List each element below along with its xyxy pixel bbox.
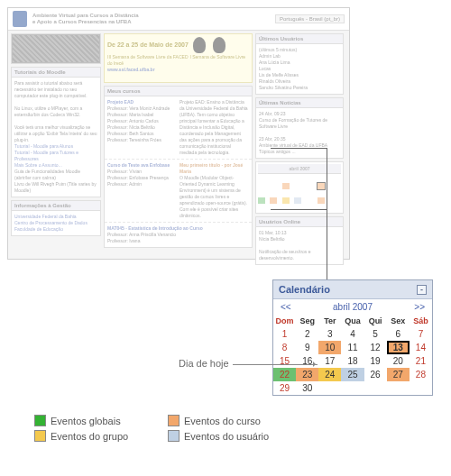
calendar-day[interactable]: 18: [341, 354, 364, 368]
mini-cal-grid: [258, 176, 341, 211]
course-3-title[interactable]: MAT045 - Estatística de Introdução ao Cu…: [107, 225, 203, 231]
course-1-body: Professor: Vera Moniz Andrade Professor:…: [107, 105, 177, 143]
calendar-day[interactable]: 7: [410, 327, 432, 341]
calendar-day[interactable]: 22: [273, 368, 296, 381]
course-1-title[interactable]: Projeto EAD: [107, 99, 133, 105]
banner-headline: De 22 a 25 de Maio de 2007: [107, 41, 189, 48]
hero-thumb: [12, 34, 100, 63]
calendar-dow: Qui: [364, 315, 387, 327]
calendar-day[interactable]: 1: [273, 327, 296, 341]
calendar-day: [387, 381, 410, 395]
calendar-dow: Qua: [341, 315, 364, 327]
tutorials-title: Tutoriais do Moodle: [12, 68, 100, 78]
calendar-day[interactable]: 27: [387, 368, 410, 381]
moodle-page-faded: Ambiente Virtual para Cursos a Distância…: [7, 7, 350, 260]
swatch-group-icon: [34, 430, 46, 442]
prev-month-button[interactable]: <<: [281, 302, 291, 312]
calendar-dow: Dom: [273, 315, 296, 327]
event-banner[interactable]: De 22 a 25 de Maio de 2007 III Semana de…: [104, 33, 253, 83]
calendar-day[interactable]: 5: [364, 327, 387, 341]
tutorial-more[interactable]: Mais Sobre o Assunto...: [14, 162, 97, 169]
calendar-day[interactable]: 3: [318, 327, 341, 341]
penguin-icon: [193, 37, 206, 53]
news-block: Últimas Notícias 24 Abr, 09:23 Curso de …: [255, 97, 344, 159]
tutorial-sub2: Livro de Will Rivegh Puim (Title varies …: [14, 181, 97, 194]
callout-line: [271, 148, 327, 149]
calendar-day: [410, 381, 432, 395]
calendar-block-small[interactable]: abril 2007: [255, 161, 344, 214]
calendar-day: [364, 381, 387, 395]
site-title-l1: Ambiente Virtual para Cursos a Distância: [32, 13, 139, 18]
recent-users-body: (últimos 5 minutos) Admin Lab Ana Lúcia …: [256, 44, 343, 94]
course-1-desc: Projeto EAD: Ensino a Distância da Unive…: [179, 99, 249, 156]
swatch-user-icon: [168, 430, 179, 442]
today-annotation: Dia de hoje: [179, 358, 229, 369]
event-legend: Eventos globais Eventos do curso Eventos…: [34, 415, 285, 445]
calendar-month-label[interactable]: abril 2007: [333, 302, 373, 312]
recent-users-block: Últimos Usuários (últimos 5 minutos) Adm…: [255, 33, 344, 95]
info-link-3[interactable]: Faculdade de Educação: [14, 226, 97, 233]
page-header: Ambiente Virtual para Cursos a Distância…: [8, 8, 349, 31]
site-logo: [13, 11, 27, 27]
calendar-day[interactable]: 4: [341, 327, 364, 341]
language-selector[interactable]: Português - Brasil (pt_br): [275, 14, 345, 23]
online-block: Usuários Online 01 Mar, 10:13 Nícia Belt…: [255, 216, 344, 265]
calendar-day[interactable]: 12: [364, 341, 387, 354]
calendar-day[interactable]: 9: [296, 341, 318, 354]
calendar-title: Calendário: [279, 284, 330, 295]
next-month-button[interactable]: >>: [414, 302, 425, 312]
calendar-day[interactable]: 10: [318, 341, 341, 354]
info-title: Informações à Gestão: [12, 201, 100, 211]
calendar-day: [318, 381, 341, 395]
calendar-day[interactable]: 20: [387, 354, 410, 368]
calendar-day[interactable]: 24: [318, 368, 341, 381]
calendar-day[interactable]: 19: [364, 354, 387, 368]
course-2-desc: O Moodle (Modular Object-Oriented Dynami…: [179, 175, 249, 219]
info-link-1[interactable]: Universidade Federal da Bahia: [14, 214, 97, 220]
calendar-day[interactable]: 17: [318, 354, 341, 368]
calendar-day: [341, 381, 364, 395]
mini-cal-month: abril 2007: [258, 164, 341, 174]
calendar-day[interactable]: 21: [410, 354, 432, 368]
calendar-day[interactable]: 29: [273, 381, 296, 395]
calendar-day[interactable]: 8: [273, 341, 296, 354]
course-2-side-title[interactable]: Meu primeiro título - por José Maria: [179, 162, 243, 174]
swatch-global-icon: [34, 415, 46, 426]
online-title: Usuários Online: [256, 217, 343, 227]
tutorial-link-2[interactable]: Tutorial - Moodle para Tutores e Profess…: [14, 150, 97, 162]
calendar-day[interactable]: 14: [410, 341, 432, 354]
calendar-day[interactable]: 30: [296, 381, 318, 395]
minimize-icon[interactable]: -: [417, 285, 427, 295]
calendar-day[interactable]: 11: [341, 341, 364, 354]
calendar-day[interactable]: 6: [387, 327, 410, 341]
calendar-day[interactable]: 25: [341, 368, 364, 381]
calendar-day[interactable]: 15: [273, 354, 296, 368]
calendar-day[interactable]: 23: [296, 368, 318, 381]
legend-global: Eventos globais: [51, 416, 121, 426]
legend-group: Eventos do grupo: [51, 431, 128, 442]
calendar-dow: Ter: [318, 315, 341, 327]
tutorials-block: Tutoriais do Moodle Para assistir o tuto…: [11, 67, 101, 197]
news-title: Últimas Notícias: [256, 98, 343, 108]
calendar-grid: DomSegTerQuaQuiSexSáb 123456789101112131…: [273, 315, 432, 395]
site-title: Ambiente Virtual para Cursos a Distância…: [32, 13, 270, 25]
info-block: Informações à Gestão Universidade Federa…: [11, 200, 101, 236]
calendar-day[interactable]: 2: [296, 327, 318, 341]
my-courses: Meus cursos Projeto EAD Professor: Vera …: [104, 86, 253, 248]
info-link-2[interactable]: Centro de Processamento de Dados: [14, 220, 97, 226]
online-body: 01 Mar, 10:13 Nícia Beltrão Notificação …: [256, 227, 343, 264]
legend-course: Eventos do curso: [184, 416, 261, 426]
tutorial-sub1: Guia de Funcionalidades Moodle (abrir/le…: [14, 169, 97, 181]
course-2-title[interactable]: Curso de Teste ava Enfobase: [107, 162, 170, 168]
penguin-icon: [213, 37, 226, 53]
calendar-block-zoom: Calendário - << abril 2007 >> DomSegTerQ…: [272, 279, 433, 396]
calendar-dow: Sáb: [410, 315, 432, 327]
calendar-day[interactable]: 28: [410, 368, 432, 381]
tutorial-link-1[interactable]: Tutorial - Moodle para Alunos: [14, 143, 97, 150]
site-title-l2: e Apoio a Cursos Presencias na UFBA: [32, 19, 131, 24]
calendar-day[interactable]: 13: [387, 341, 410, 354]
calendar-dow: Sex: [387, 315, 410, 327]
calendar-day[interactable]: 26: [364, 368, 387, 381]
news-body: 24 Abr, 09:23 Curso de Formação de Tutor…: [256, 108, 343, 158]
course-2-body: Professor: Vívian Professor: Enfobase Pr…: [107, 169, 177, 188]
